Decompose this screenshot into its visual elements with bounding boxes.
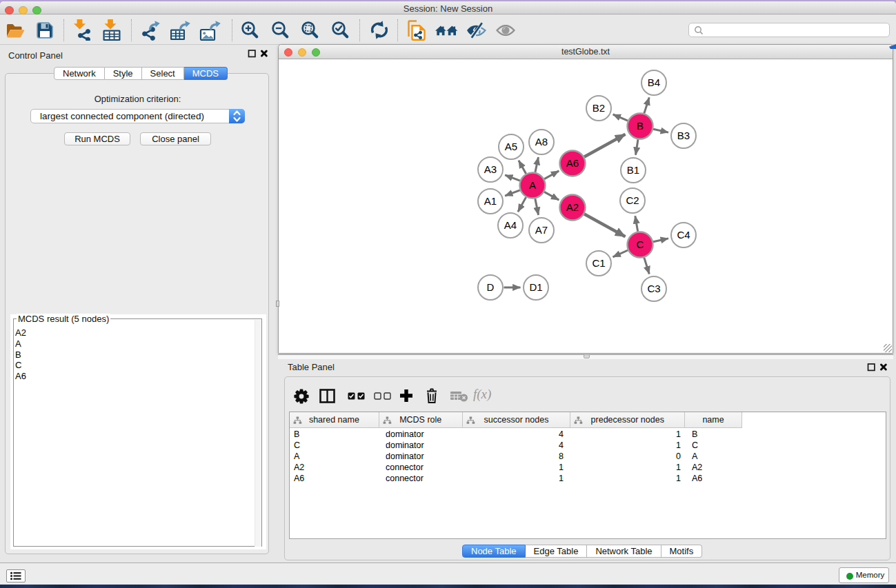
svg-text:A: A xyxy=(529,179,536,191)
svg-text:A6: A6 xyxy=(566,157,579,169)
svg-text:D1: D1 xyxy=(529,281,542,293)
svg-text:B4: B4 xyxy=(648,77,660,88)
svg-text:D: D xyxy=(487,281,495,293)
svg-text:C4: C4 xyxy=(677,229,690,241)
svg-text:B2: B2 xyxy=(593,102,605,114)
svg-text:A8: A8 xyxy=(535,136,548,148)
svg-text:B3: B3 xyxy=(677,130,690,141)
svg-text:A5: A5 xyxy=(505,141,517,152)
svg-text:C2: C2 xyxy=(626,194,639,206)
svg-text:A3: A3 xyxy=(484,163,497,175)
svg-text:A2: A2 xyxy=(566,201,579,213)
svg-text:C1: C1 xyxy=(592,257,605,269)
svg-text:B: B xyxy=(637,120,644,132)
svg-text:A4: A4 xyxy=(504,219,517,231)
svg-text:B1: B1 xyxy=(627,164,639,176)
svg-text:A1: A1 xyxy=(484,195,497,207)
svg-text:C3: C3 xyxy=(647,283,660,294)
svg-text:A7: A7 xyxy=(535,224,548,236)
svg-text:C: C xyxy=(637,239,644,250)
